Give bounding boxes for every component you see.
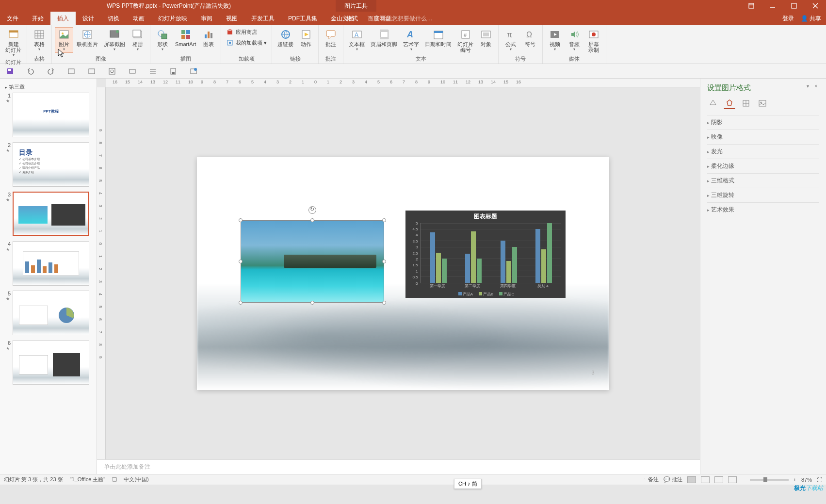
zoom-out-icon[interactable]: − — [742, 477, 745, 483]
format-section-三维格式[interactable]: 三维格式 — [707, 173, 819, 188]
close-icon[interactable] — [805, 0, 826, 12]
slide-thumbnail-panel[interactable]: 第三章 1★PPT教程2★目录✓ 公司基本介绍✓ 公司信息介绍✓ 课程介绍产品✓… — [0, 79, 97, 474]
tab-切换[interactable]: 切换 — [101, 12, 126, 25]
qat-btn-10[interactable] — [189, 67, 198, 76]
smartart-button[interactable]: SmartArt — [173, 27, 198, 53]
embedded-chart[interactable]: 图表标题 00.511.522.533.544.55 第一季度第二季度第四季度类… — [405, 211, 566, 298]
chart-button[interactable]: 图表 — [199, 27, 218, 53]
share-button[interactable]: 👤 共享 — [801, 12, 821, 25]
effects-icon[interactable] — [724, 98, 735, 109]
fit-window-icon[interactable]: ⛶ — [817, 477, 822, 483]
textbox-button[interactable]: A文本框▾ — [346, 27, 367, 54]
screenshot-button[interactable]: 屏幕截图▾ — [101, 27, 128, 53]
resize-handle[interactable] — [239, 301, 243, 305]
video-button[interactable]: 视频▾ — [546, 27, 564, 54]
hyperlink-button[interactable]: 超链接 — [275, 27, 296, 49]
resize-handle[interactable] — [382, 218, 386, 222]
undo-icon[interactable] — [26, 67, 35, 76]
rotate-handle-icon[interactable] — [308, 206, 316, 214]
equation-button[interactable]: π公式▾ — [502, 27, 520, 53]
tab-开发工具[interactable]: 开发工具 — [244, 12, 281, 25]
resize-handle[interactable] — [239, 218, 243, 222]
slide-thumbnail-2[interactable]: 目录✓ 公司基本介绍✓ 公司信息介绍✓ 课程介绍产品✓ 更多介绍 — [13, 142, 89, 187]
slide-thumbnail-3[interactable] — [13, 192, 89, 236]
slide-number-button[interactable]: #幻灯片编号 — [455, 27, 476, 54]
reading-view-icon[interactable] — [714, 476, 723, 483]
tab-视图[interactable]: 视图 — [219, 12, 244, 25]
resize-handle[interactable] — [382, 301, 386, 305]
tab-文件[interactable]: 文件 — [0, 12, 25, 25]
table-button[interactable]: 表格▾ — [30, 27, 49, 53]
tell-me-input[interactable]: ♀ 告诉我您想要做什么… — [369, 12, 433, 25]
wordart-button[interactable]: A艺术字▾ — [401, 27, 421, 54]
tab-开始[interactable]: 开始 — [25, 12, 50, 25]
album-button[interactable]: 相册▾ — [129, 27, 147, 53]
qat-btn-8[interactable] — [148, 67, 157, 76]
slide-thumbnail-4[interactable] — [13, 241, 89, 286]
normal-view-icon[interactable] — [687, 476, 696, 483]
slide-thumbnail-1[interactable]: PPT教程 — [13, 93, 89, 137]
slide-counter[interactable]: 幻灯片 第 3 张，共 23 张 — [4, 476, 63, 483]
zoom-level[interactable]: 87% — [801, 477, 812, 483]
save-icon[interactable] — [6, 67, 15, 76]
fill-line-icon[interactable] — [707, 98, 719, 109]
notes-pane[interactable]: 单击此处添加备注 — [97, 459, 700, 474]
spell-check-icon[interactable]: ❏ — [112, 476, 117, 483]
object-button[interactable]: 对象 — [477, 27, 495, 54]
selected-picture[interactable] — [241, 220, 384, 303]
redo-icon[interactable] — [47, 67, 55, 76]
minimize-icon[interactable] — [762, 0, 783, 12]
language-indicator[interactable]: 中文(中国) — [124, 476, 148, 483]
resize-handle[interactable] — [239, 260, 243, 263]
format-section-三维旋转[interactable]: 三维旋转 — [707, 188, 819, 202]
date-time-button[interactable]: 日期和时间 — [422, 27, 454, 54]
qat-btn-6[interactable] — [108, 67, 116, 76]
shapes-button[interactable]: 形状▾ — [153, 27, 172, 53]
slide-viewport[interactable]: 3 — [106, 87, 700, 459]
tab-format[interactable]: 格式 — [336, 12, 369, 25]
maximize-icon[interactable] — [783, 0, 805, 12]
format-section-柔化边缘[interactable]: 柔化边缘 — [707, 159, 819, 173]
tab-幻灯片放映[interactable]: 幻灯片放映 — [151, 12, 194, 25]
notes-toggle[interactable]: ≐ 备注 — [642, 476, 659, 483]
qat-btn-4[interactable] — [67, 67, 76, 76]
picture-icon[interactable] — [757, 98, 768, 109]
new-slide-button[interactable]: 新建幻灯片▾ — [3, 27, 24, 59]
qat-btn-5[interactable] — [87, 67, 96, 76]
resize-handle[interactable] — [310, 301, 314, 305]
ime-indicator[interactable]: CH ♪ 简 — [454, 479, 482, 489]
qat-btn-7[interactable] — [128, 67, 137, 76]
slide-thumbnail-6[interactable] — [13, 340, 89, 385]
tab-审阅[interactable]: 审阅 — [194, 12, 219, 25]
slide-thumbnail-5[interactable] — [13, 291, 89, 335]
tab-动画[interactable]: 动画 — [126, 12, 151, 25]
online-picture-button[interactable]: 联机图片 — [74, 27, 100, 53]
screen-record-button[interactable]: 屏幕录制 — [584, 27, 603, 54]
header-footer-button[interactable]: 页眉和页脚 — [368, 27, 400, 54]
resize-handle[interactable] — [382, 260, 386, 263]
zoom-slider[interactable] — [750, 479, 789, 481]
format-section-艺术效果[interactable]: 艺术效果 — [707, 202, 819, 217]
tab-设计[interactable]: 设计 — [76, 12, 101, 25]
comments-toggle[interactable]: 💬 批注 — [664, 476, 682, 483]
comment-button[interactable]: 批注 — [322, 27, 340, 49]
login-button[interactable]: 登录 — [782, 12, 794, 25]
action-button[interactable]: 动作 — [297, 27, 315, 49]
size-properties-icon[interactable] — [740, 98, 752, 109]
symbol-button[interactable]: Ω符号 — [521, 27, 539, 53]
ribbon-display-options-icon[interactable] — [741, 0, 762, 12]
qat-btn-9[interactable] — [169, 67, 178, 76]
zoom-in-icon[interactable]: + — [794, 477, 796, 483]
format-section-映像[interactable]: 映像 — [707, 130, 819, 144]
sorter-view-icon[interactable] — [701, 476, 710, 483]
format-section-发光[interactable]: 发光 — [707, 144, 819, 159]
format-section-阴影[interactable]: 阴影 — [707, 115, 819, 130]
audio-button[interactable]: 音频▾ — [565, 27, 583, 54]
tab-插入[interactable]: 插入 — [50, 12, 76, 25]
resize-handle[interactable] — [310, 218, 314, 222]
app-store-button[interactable]: 应用商店 — [224, 27, 269, 37]
slideshow-view-icon[interactable] — [728, 476, 737, 483]
slide[interactable]: 3 — [197, 157, 609, 390]
tab-PDF工具集[interactable]: PDF工具集 — [281, 12, 324, 25]
my-addins-button[interactable]: 我的加载项 ▾ — [224, 38, 269, 48]
